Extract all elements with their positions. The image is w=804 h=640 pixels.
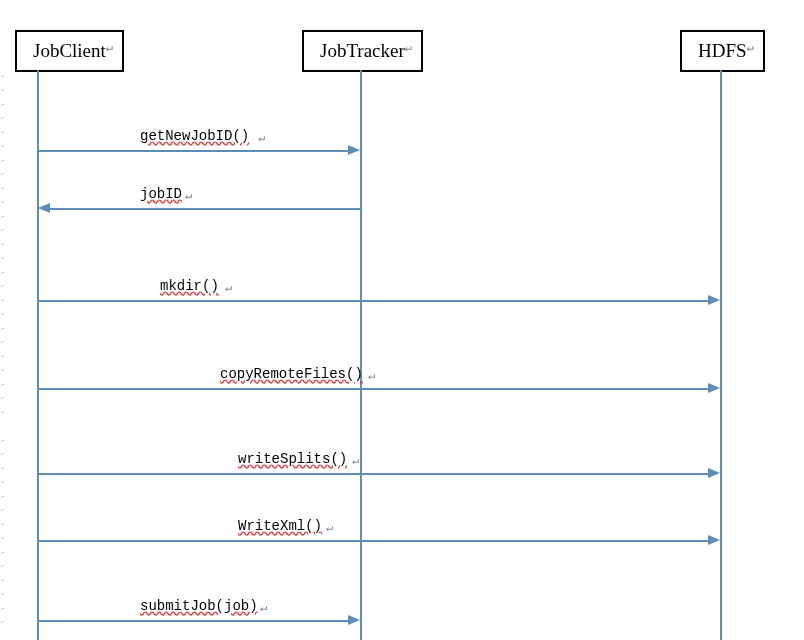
message-writeSplits: writeSplits()	[238, 451, 347, 467]
message-copyRemoteFiles: copyRemoteFiles()	[220, 366, 363, 382]
participant-jobclient: JobClient↵	[15, 30, 124, 72]
arrowhead-writeSplits	[708, 468, 720, 478]
arrow-submitJob	[38, 620, 348, 622]
message-jobID: jobID	[140, 186, 182, 202]
message-getNewJobID: getNewJobID()	[140, 128, 249, 144]
arrow-mkdir	[38, 300, 708, 302]
message-submitJob: submitJob(job)	[140, 598, 258, 614]
arrowhead-jobID	[38, 203, 50, 213]
arrow-writeSplits	[38, 473, 708, 475]
participant-hdfs-label: HDFS	[698, 40, 747, 61]
participant-hdfs: HDFS↵	[680, 30, 765, 72]
message-mkdir: mkdir()	[160, 278, 219, 294]
message-writeXml: WriteXml()	[238, 518, 322, 534]
arrowhead-submitJob	[348, 615, 360, 625]
participant-jobtracker: JobTracker↵	[302, 30, 423, 72]
arrowhead-mkdir	[708, 295, 720, 305]
arrowhead-getNewJobID	[348, 145, 360, 155]
lifeline-jobclient	[37, 70, 39, 640]
participant-jobtracker-label: JobTracker	[320, 40, 405, 61]
arrow-getNewJobID	[38, 150, 348, 152]
arrow-jobID	[50, 208, 360, 210]
lifeline-jobtracker	[360, 70, 362, 640]
arrow-writeXml	[38, 540, 708, 542]
lifeline-hdfs	[720, 70, 722, 640]
arrow-copyRemoteFiles	[38, 388, 708, 390]
arrowhead-writeXml	[708, 535, 720, 545]
participant-jobclient-label: JobClient	[33, 40, 106, 61]
arrowhead-copyRemoteFiles	[708, 383, 720, 393]
